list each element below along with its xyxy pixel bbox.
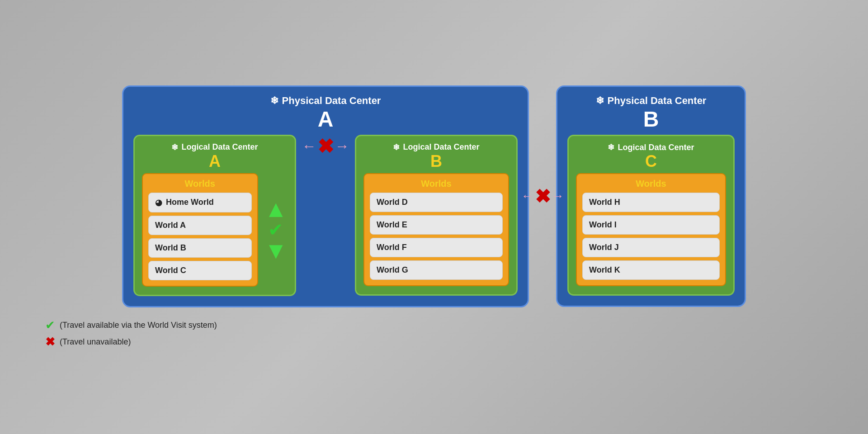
world-item-b: World B — [148, 238, 252, 258]
physical-dc-b-label: Physical Data Center — [608, 95, 707, 107]
world-item-home: ◕ Home World — [148, 193, 252, 212]
legend-check-item: ✔ (Travel available via the World Visit … — [45, 318, 217, 332]
legend: ✔ (Travel available via the World Visit … — [18, 318, 217, 349]
world-item-h: World H — [582, 193, 720, 212]
world-item-d: World D — [370, 193, 503, 212]
logical-dc-c-letter: C — [645, 153, 657, 170]
worlds-list-wrapper-a: Worlds ◕ Home World World A — [142, 173, 258, 287]
world-item-k: World K — [582, 260, 720, 280]
worlds-container-a: Worlds ◕ Home World World A — [142, 173, 258, 287]
world-k-label: World K — [589, 265, 620, 275]
check-icon: ✔ — [268, 221, 283, 239]
world-e-label: World E — [377, 220, 407, 230]
physical-dc-a-label: Physical Data Center — [282, 95, 381, 107]
world-j-label: World J — [589, 243, 619, 252]
logical-row-a: ❄ Logical Data Center A Worlds ◕ Ho — [133, 135, 518, 296]
block-connector-ab: ← ✖ → — [305, 135, 346, 158]
right-arrow-pdc: → — [552, 189, 564, 203]
physical-dc-b: ❄ Physical Data Center B ❄ Logical Data … — [556, 85, 746, 307]
legend-x-label: (Travel unavailable) — [60, 337, 131, 347]
world-item-e: World E — [370, 215, 503, 235]
logical-dc-a-icon: ❄ — [171, 142, 178, 152]
worlds-with-arrow-a: Worlds ◕ Home World World A — [142, 173, 288, 287]
logical-dc-c-header: ❄ Logical Data Center — [608, 142, 694, 152]
worlds-title-a: Worlds — [185, 179, 215, 189]
physical-dc-b-icon: ❄ — [596, 95, 604, 107]
logical-dc-b-letter: B — [430, 153, 442, 170]
logical-dc-c-icon: ❄ — [608, 142, 614, 152]
x-mark-ab: ✖ — [317, 135, 334, 158]
logical-dc-c: ❄ Logical Data Center C Worlds World H W… — [567, 135, 735, 296]
logical-dc-b-header: ❄ Logical Data Center — [393, 142, 479, 152]
world-b-label: World B — [155, 243, 186, 253]
world-item-a: World A — [148, 216, 252, 235]
world-item-i: World I — [582, 215, 720, 235]
world-d-label: World D — [377, 198, 408, 207]
right-arrow-ab: → — [335, 138, 349, 155]
left-arrow-pdc: ← — [521, 189, 534, 203]
worlds-list-b: World D World E World F World G — [370, 193, 503, 280]
world-item-f: World F — [370, 238, 503, 257]
worlds-list-c: World H World I World J World K — [582, 193, 720, 280]
block-connector-pdc: ← ✖ → — [521, 185, 564, 208]
vertical-arrows: ▲ ✔ ▼ — [264, 197, 288, 262]
world-item-j: World J — [582, 238, 720, 257]
world-c-label: World C — [155, 266, 186, 275]
worlds-title-b: Worlds — [421, 179, 451, 189]
x-mark-pdc: ✖ — [535, 185, 551, 208]
main-layout: ❄ Physical Data Center A ❄ Logical Data … — [0, 76, 868, 358]
logical-dc-c-label: Logical Data Center — [618, 143, 694, 152]
physical-dc-a-letter: A — [318, 108, 334, 130]
worlds-title-c: Worlds — [636, 179, 666, 189]
logical-dc-a: ❄ Logical Data Center A Worlds ◕ Ho — [133, 135, 296, 296]
logical-dc-a-letter: A — [209, 153, 221, 170]
world-g-label: World G — [377, 265, 408, 275]
legend-x-icon: ✖ — [45, 335, 55, 349]
logical-row-b: ❄ Logical Data Center C Worlds World H W… — [567, 135, 735, 296]
legend-check-icon: ✔ — [45, 318, 55, 332]
physical-dc-b-header: ❄ Physical Data Center — [596, 95, 707, 107]
physical-dc-a: ❄ Physical Data Center A ❄ Logical Data … — [122, 85, 529, 307]
world-f-label: World F — [377, 243, 407, 252]
left-arrow-ab: ← — [302, 138, 316, 155]
world-item-g: World G — [370, 260, 503, 280]
down-arrow-icon: ▼ — [264, 239, 288, 262]
diagram-row: ❄ Physical Data Center A ❄ Logical Data … — [18, 85, 850, 307]
physical-dc-a-icon: ❄ — [270, 95, 278, 107]
physical-dc-a-header: ❄ Physical Data Center — [270, 95, 381, 107]
up-arrow-icon: ▲ — [264, 197, 288, 221]
legend-check-label: (Travel available via the World Visit sy… — [60, 321, 217, 330]
logical-dc-b-icon: ❄ — [393, 142, 400, 152]
logical-dc-b-label: Logical Data Center — [403, 142, 479, 152]
logical-dc-a-label: Logical Data Center — [181, 142, 258, 152]
home-icon: ◕ — [155, 198, 162, 208]
between-physical-dc: ← ✖ → — [529, 185, 556, 208]
legend-x-item: ✖ (Travel unavailable) — [45, 335, 217, 349]
worlds-container-c: Worlds World H World I World J — [576, 173, 726, 286]
world-h-label: World H — [589, 198, 620, 207]
logical-dc-b: ❄ Logical Data Center B Worlds World D W… — [355, 135, 518, 296]
worlds-container-b: Worlds World D World E World F — [363, 173, 509, 286]
world-item-c: World C — [148, 261, 252, 280]
worlds-list-a: ◕ Home World World A World B — [148, 193, 252, 280]
world-i-label: World I — [589, 220, 617, 230]
world-a-label: World A — [155, 221, 186, 230]
home-world-label: Home World — [166, 198, 214, 207]
physical-dc-b-letter: B — [643, 108, 659, 130]
logical-dc-a-header: ❄ Logical Data Center — [171, 142, 258, 152]
